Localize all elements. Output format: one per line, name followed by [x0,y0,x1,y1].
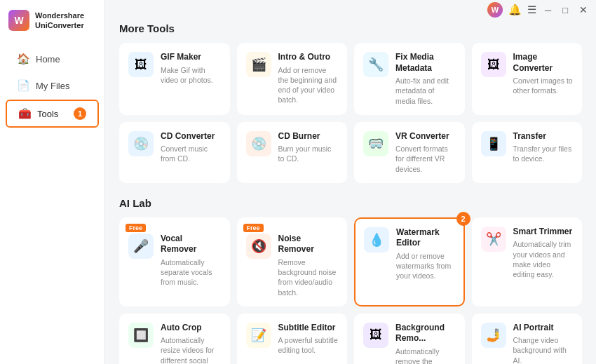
noise-remover-free-badge: Free [243,224,264,232]
ai-portrait-icon: 🤳 [481,323,506,348]
sidebar-label-myfiles: My Files [36,81,69,91]
vocal-remover-free-badge: Free [126,224,146,232]
fix-media-icon: 🔧 [363,52,388,77]
maximize-button[interactable]: □ [560,5,571,15]
logo-icon: W [8,10,29,31]
close-button[interactable]: ✕ [576,4,590,15]
noise-remover-icon: 🔇 [246,234,271,259]
sidebar-nav: 🏠 Home 📄 My Files 🧰 Tools 1 [0,41,104,133]
ai-lab-section: AI Lab Free 🎤 Vocal Remover Automaticall… [119,197,582,364]
tool-vocal-remover[interactable]: Free 🎤 Vocal Remover Automatically separ… [119,217,230,306]
tool-cd-burner[interactable]: 💿 CD Burner Burn your music to CD. [237,122,348,183]
cd-burner-name: CD Burner [278,131,339,142]
home-icon: 🏠 [17,53,30,65]
smart-trimmer-desc: Automatically trim your videos and make … [513,239,574,279]
sidebar-item-myfiles[interactable]: 📄 My Files [6,73,99,98]
transfer-icon: 📱 [481,131,506,156]
intro-outro-icon: 🎬 [246,52,271,77]
smart-trimmer-name: Smart Trimmer [513,227,574,238]
background-remove-desc: Automatically remove the background from… [395,346,456,364]
subtitle-editor-icon: 📝 [246,323,271,348]
tool-fix-media[interactable]: 🔧 Fix Media Metadata Auto-fix and edit m… [354,43,465,115]
tool-auto-crop[interactable]: 🔲 Auto Crop Automatically resize videos … [119,314,230,364]
tool-transfer[interactable]: 📱 Transfer Transfer your files to device… [472,122,583,183]
cd-burner-icon: 💿 [246,131,271,156]
sidebar-item-home[interactable]: 🏠 Home [6,46,99,72]
tool-cd-converter[interactable]: 💿 CD Converter Convert music from CD. [119,122,230,183]
cd-burner-desc: Burn your music to CD. [278,144,339,163]
minimize-button[interactable]: ─ [542,5,554,15]
watermark-step-badge: 2 [456,212,470,226]
ai-portrait-name: AI Portrait [513,323,574,334]
background-remove-icon: 🖼 [363,323,388,348]
vocal-remover-desc: Automatically separate vocals from music… [161,257,221,288]
transfer-name: Transfer [513,131,574,142]
sidebar: W Wondershare UniConverter 🏠 Home 📄 My F… [0,0,105,364]
cd-converter-desc: Convert music from CD. [161,144,221,163]
ai-lab-grid: Free 🎤 Vocal Remover Automatically separ… [119,217,582,364]
image-converter-icon: 🖼 [481,52,506,77]
main-content: More Tools 🖼 GIF Maker Make Gif with vid… [105,0,596,364]
app-name: Wondershare UniConverter [35,11,84,31]
auto-crop-desc: Automatically resize videos for differen… [161,335,221,364]
tools-icon: 🧰 [18,107,32,120]
tool-ai-portrait[interactable]: 🤳 AI Portrait Change video background wi… [472,314,583,364]
fix-media-name: Fix Media Metadata [395,52,456,74]
auto-crop-icon: 🔲 [128,323,154,348]
subtitle-editor-name: Subtitle Editor [278,323,339,334]
tool-watermark-editor[interactable]: 2 💧 Watermark Editor Add or remove water… [354,217,465,306]
transfer-desc: Transfer your files to device. [513,144,574,163]
gif-maker-desc: Make Gif with video or photos. [161,65,221,85]
background-remove-name: Background Remo... [395,323,456,344]
cd-converter-name: CD Converter [161,131,221,142]
myfiles-icon: 📄 [17,79,30,92]
smart-trimmer-icon: ✂️ [481,227,506,252]
gif-maker-name: GIF Maker [161,52,221,63]
tool-vr-converter[interactable]: 🥽 VR Converter Convert formats for diffe… [354,122,465,183]
app-logo: W Wondershare UniConverter [0,0,104,41]
auto-crop-name: Auto Crop [161,323,221,334]
tool-subtitle-editor[interactable]: 📝 Subtitle Editor A powerful subtitle ed… [237,314,348,364]
ai-lab-title: AI Lab [119,197,582,209]
tool-image-converter[interactable]: 🖼 Image Converter Convert images to othe… [472,43,583,115]
noise-remover-name: Noise Remover [278,234,339,255]
subtitle-editor-desc: A powerful subtitle editing tool. [278,335,339,355]
tool-smart-trimmer[interactable]: ✂️ Smart Trimmer Automatically trim your… [472,217,583,306]
vr-converter-name: VR Converter [395,131,456,142]
gif-maker-icon: 🖼 [128,52,154,77]
tool-intro-outro[interactable]: 🎬 Intro & Outro Add or remove the beginn… [237,43,348,115]
tools-badge: 1 [74,107,86,120]
more-tools-title: More Tools [119,22,582,34]
cd-converter-icon: 💿 [128,131,154,156]
more-tools-section: More Tools 🖼 GIF Maker Make Gif with vid… [119,22,582,183]
menu-icon[interactable]: ☰ [527,4,536,16]
noise-remover-desc: Remove background noise from video/audio… [278,257,339,297]
intro-outro-desc: Add or remove the beginning and end of y… [278,65,339,105]
vocal-remover-icon: 🎤 [128,234,154,259]
watermark-editor-name: Watermark Editor [396,227,455,249]
watermark-editor-desc: Add or remove watermarks from your video… [396,251,455,281]
vocal-remover-name: Vocal Remover [161,234,221,255]
intro-outro-name: Intro & Outro [278,52,339,63]
tool-background-remove[interactable]: 🖼 Background Remo... Automatically remov… [354,314,465,364]
tool-gif-maker[interactable]: 🖼 GIF Maker Make Gif with video or photo… [119,43,230,115]
more-tools-grid: 🖼 GIF Maker Make Gif with video or photo… [119,43,582,183]
image-converter-name: Image Converter [513,52,574,74]
vr-converter-desc: Convert formats for different VR devices… [395,144,456,174]
tool-noise-remover[interactable]: Free 🔇 Noise Remover Remove background n… [237,217,348,306]
bell-icon[interactable]: 🔔 [508,4,522,16]
ai-portrait-desc: Change video background with AI. [513,335,574,364]
vr-converter-icon: 🥽 [363,131,388,156]
sidebar-label-home: Home [36,54,60,65]
fix-media-desc: Auto-fix and edit metadata of media file… [395,76,456,106]
avatar[interactable]: W [487,2,503,18]
sidebar-item-tools[interactable]: 🧰 Tools 1 [6,100,99,128]
image-converter-desc: Convert images to other formats. [513,76,574,95]
sidebar-label-tools: Tools [37,109,58,119]
watermark-editor-icon: 💧 [364,227,389,252]
